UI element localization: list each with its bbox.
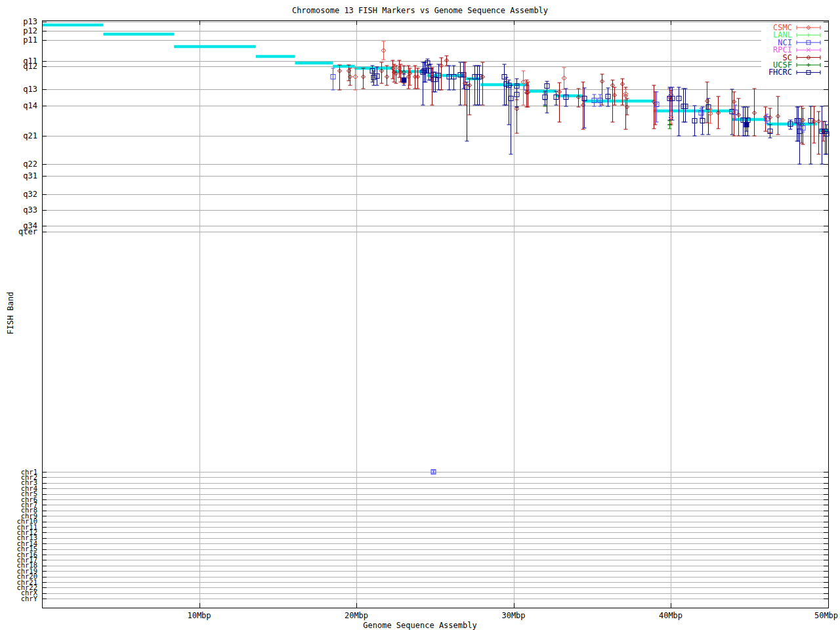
marker-fhcrc [808,106,813,164]
y-band-label: q14 [23,101,37,110]
marker-sc [338,65,342,90]
marker-sc [362,68,366,89]
y-band-label: p13 [23,17,37,26]
axis-labels: p13p12p11q11q12q13q14q21q22q31q32q33q34q… [16,17,838,620]
y-band-label: q22 [23,159,37,169]
marker-sc [515,100,519,133]
marker-sc [577,89,581,107]
marker-fhcrc [683,89,688,122]
y-band-label: q21 [23,131,37,140]
marker-sc [440,58,444,90]
marker-fhcrc [458,62,463,105]
marker-fhcrc [504,77,509,105]
marker-fhcrc [475,66,480,105]
marker-nci [331,68,335,90]
x-tick-label: 20Mbp [345,611,368,620]
y-band-label: qter [18,227,37,236]
y-band-label: q32 [23,190,37,199]
marker-fhcrc [507,80,511,125]
marker-fhcrc [509,85,513,154]
y-band-label: q33 [23,205,37,215]
marker-fhcrc [452,66,456,90]
y-band-label: q12 [23,62,37,71]
marker-csmc [562,68,566,89]
marker-sc [776,96,780,135]
x-tick-label: 40Mbp [659,611,682,620]
marker-sc [445,56,449,66]
marker-fhcrc [472,66,477,105]
legend: CSMCLANLNCIRPCISCUCSFFHCRC [761,22,824,77]
x-tick-label: 10Mbp [187,611,211,620]
marker-fhcrc [554,91,558,105]
marker-sc [717,96,721,129]
marker-csmc [381,41,386,60]
marker-sc [558,83,562,122]
y-band-label: q13 [23,85,37,94]
y-chrom-label: chrY [21,595,38,602]
marker-sc [817,112,821,154]
marker-sc [468,79,472,115]
legend-label: FHCRC [768,68,792,77]
marker-fhcrc [545,81,549,113]
y-band-label: p12 [23,26,37,35]
fish-marker-plot: p13p12p11q11q12q13q14q21q22q31q32q33q34q… [0,0,840,630]
marker-fhcrc [465,82,469,141]
marker-csmc [521,71,526,105]
x-tick-label: 30Mbp [501,611,525,620]
marker-sc [380,62,384,83]
chart-canvas: Chromosome 13 FISH Markers vs Genome Seq… [0,0,840,630]
marker-sc [737,98,741,136]
marker-fhcrc [447,66,452,90]
y-band-label: p11 [23,35,37,45]
y-band-label: q31 [23,171,37,180]
x-tick-label: 50Mbp [814,611,838,620]
marker-fhcrc [606,88,610,106]
marker-fhcrc [564,89,568,106]
marker-sc [753,89,757,136]
